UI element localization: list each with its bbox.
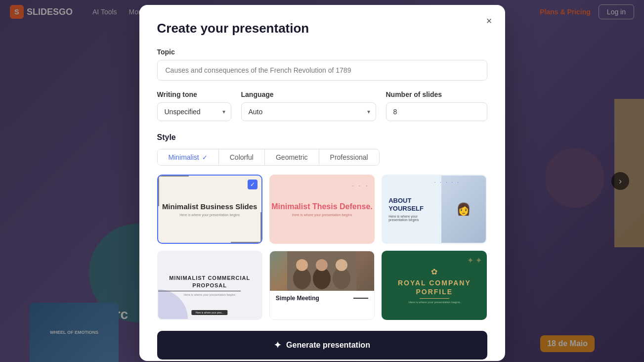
style-label: Style bbox=[157, 133, 487, 142]
tab-professional-label: Professional bbox=[330, 153, 368, 161]
svg-point-2 bbox=[296, 259, 308, 271]
card-subtitle: Here is where your presentation begins bbox=[162, 213, 258, 217]
meeting-photo-svg bbox=[287, 251, 356, 291]
card-title: MINIMALIST COMMERCIAL PROPOSAL bbox=[158, 274, 261, 289]
card-image: 👩 bbox=[441, 176, 486, 243]
num-slides-input[interactable] bbox=[386, 102, 487, 121]
close-icon: × bbox=[486, 15, 492, 27]
tab-professional[interactable]: Professional bbox=[319, 149, 379, 165]
decorative-line bbox=[353, 298, 368, 299]
svg-point-4 bbox=[316, 259, 328, 271]
tab-colorful[interactable]: Colorful bbox=[219, 149, 265, 165]
language-label: Language bbox=[241, 90, 376, 98]
card-photo bbox=[270, 251, 374, 291]
writing-tone-label: Writing tone bbox=[157, 90, 231, 98]
dot-pattern-decoration: · · · bbox=[351, 181, 369, 191]
decorative-line bbox=[158, 291, 241, 291]
decorative-line bbox=[420, 298, 449, 299]
tab-colorful-label: Colorful bbox=[230, 153, 254, 161]
selected-check-badge: ✓ bbox=[248, 180, 258, 189]
card-title: ABOUT YOURSELF bbox=[388, 197, 435, 212]
language-select-wrapper: Auto English Spanish Portuguese ▾ bbox=[241, 102, 376, 121]
num-slides-label: Number of slides bbox=[386, 90, 487, 98]
style-tabs: Minimalist ✓ Colorful Geometric Professi… bbox=[157, 149, 380, 166]
card-title: Minimalist Business Slides bbox=[162, 202, 258, 211]
writing-tone-field: Writing tone Unspecified Formal Informal… bbox=[157, 90, 231, 121]
check-icon: ✓ bbox=[250, 181, 255, 188]
language-field: Language Auto English Spanish Portuguese… bbox=[241, 90, 376, 121]
template-card-thesis[interactable]: · · · Minimalist Thesis Defense. Here is… bbox=[269, 175, 375, 244]
card-subtitle: Here is where your presentation begins bbox=[158, 293, 261, 296]
card-bottom: Simple Meeting bbox=[270, 291, 374, 306]
generate-button[interactable]: ✦ Generate presentation bbox=[157, 331, 487, 360]
settings-row: Writing tone Unspecified Formal Informal… bbox=[157, 90, 487, 121]
template-grid: Minimalist Business Slides Here is where… bbox=[157, 175, 487, 320]
template-card-about[interactable]: · · · · · ABOUT YOURSELF Here is where y… bbox=[382, 175, 487, 244]
emblem-icon: ✿ bbox=[431, 267, 437, 276]
tab-geometric-label: Geometric bbox=[276, 153, 308, 161]
tab-minimalist[interactable]: Minimalist ✓ bbox=[158, 149, 219, 165]
card-about-left: ABOUT YOURSELF Here is where your presen… bbox=[383, 176, 441, 243]
card-content: MINIMALIST COMMERCIAL PROPOSAL Here is w… bbox=[158, 274, 261, 296]
svg-point-6 bbox=[336, 259, 347, 271]
template-card-commercial[interactable]: MINIMALIST COMMERCIAL PROPOSAL Here is w… bbox=[157, 251, 262, 320]
create-presentation-modal: × Create your presentation Topic Writing… bbox=[139, 5, 505, 361]
writing-tone-select-wrapper: Unspecified Formal Informal ▾ bbox=[157, 102, 231, 121]
modal-title: Create your presentation bbox=[157, 21, 487, 36]
wand-icon: ✦ bbox=[274, 340, 281, 351]
modal-close-button[interactable]: × bbox=[481, 13, 497, 29]
template-card-simple-meeting[interactable]: Simple Meeting bbox=[269, 251, 375, 320]
card-subtitle: Here is where your presentation begins bbox=[292, 213, 352, 217]
card-title: Simple Meeting bbox=[276, 295, 319, 302]
card-badge: Here is where your pres... bbox=[192, 310, 228, 315]
tab-minimalist-check-icon: ✓ bbox=[202, 154, 208, 161]
modal-overlay: × Create your presentation Topic Writing… bbox=[0, 0, 644, 362]
style-section: Style Minimalist ✓ Colorful Geometric Pr… bbox=[157, 133, 487, 320]
template-card-minimalist-business[interactable]: Minimalist Business Slides Here is where… bbox=[157, 175, 262, 244]
tab-minimalist-label: Minimalist bbox=[169, 153, 199, 161]
topic-label: Topic bbox=[157, 48, 487, 56]
language-select[interactable]: Auto English Spanish Portuguese bbox=[241, 102, 376, 121]
card-content: Minimalist Business Slides Here is where… bbox=[162, 202, 258, 217]
num-slides-field: Number of slides bbox=[386, 90, 487, 121]
topic-input[interactable] bbox=[157, 60, 487, 81]
card-subtitle: Here is where your presentation begins bbox=[388, 215, 435, 222]
template-card-royal[interactable]: ✦ ✦ ✿ ROYAL COMPANY PORFILE Here is wher… bbox=[382, 251, 487, 320]
generate-label: Generate presentation bbox=[286, 341, 370, 350]
person-icon: 👩 bbox=[456, 202, 471, 216]
tab-geometric[interactable]: Geometric bbox=[265, 149, 319, 165]
dots-decoration: ✦ ✦ bbox=[467, 256, 482, 265]
writing-tone-select[interactable]: Unspecified Formal Informal bbox=[157, 102, 231, 121]
card-subtitle: Here is where your presentation begins bbox=[409, 301, 460, 304]
card-title: ROYAL COMPANY PORFILE bbox=[383, 278, 486, 296]
dots-decoration: · · · · · bbox=[434, 180, 460, 185]
card-title: Minimalist Thesis Defense. bbox=[271, 202, 373, 211]
photo-inner bbox=[270, 251, 374, 291]
